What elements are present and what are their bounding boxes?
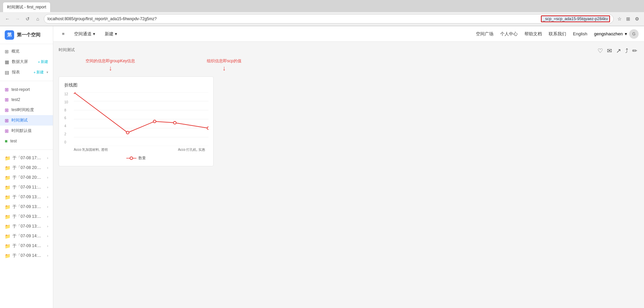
favorite-icon[interactable]: ♡ [598,47,603,55]
sidebar-item-test-green[interactable]: ■ test [0,136,53,146]
folder-arrow-10: › [47,254,48,258]
folder-item-1[interactable]: 📁 于「07-08 20:... › [0,163,53,173]
y-label-6: 6 [64,116,68,120]
active-tab[interactable]: 时间测试 - first_report [3,2,51,12]
sidebar-item-overview[interactable]: ⊞ 概览 [0,46,53,57]
annotation-left-arrow: ↓ [109,64,112,72]
sidebar-item-datascreen[interactable]: ▦ 数据大屏 + 新建 [0,57,53,67]
sidebar-item-report[interactable]: ▤ 报表 + 新建 ▾ [0,67,53,77]
annotation-left-text: 空间的信息即groupKey信息 [86,58,135,64]
folder-arrow-9: › [47,244,48,248]
folder-arrow-7: › [47,225,48,228]
folder-item-2[interactable]: 📁 于「07-08 20:... › [0,173,53,182]
x-label-2: Acco 打孔机, 实惠 [178,147,205,152]
address-bar[interactable]: localhost:8085/group/first_report/r_ada1… [44,14,614,24]
folder-label-8: 于「07-09 14:... [12,233,45,239]
folder-item-4[interactable]: 📁 于「07-09 13:... › [0,192,53,202]
chart-wrapper: 12 10 8 6 4 2 0 [74,92,205,152]
chart-dot-1 [126,131,129,134]
browser-tabs: 时间测试 - first_report [0,0,644,12]
annotation-right: 组织信息即scp的值 ↓ [207,58,242,72]
extensions-icon[interactable]: ⊞ [624,15,632,23]
user-avatar: G [629,29,639,39]
space-channel-label: 空间通道 [74,31,92,37]
folders-section: 📁 于「07-08 17:... › 📁 于「07-08 20:... › 📁 … [0,151,53,263]
report-new-text: 新建 [36,70,44,75]
folder-label-1: 于「07-08 20:... [12,165,45,171]
chart-line [74,92,208,133]
report-grid-icon-3: ⊞ [5,107,9,113]
folder-item-10[interactable]: 📁 于「07-09 14:... › [0,251,53,261]
folder-icon-3: 📁 [5,185,10,190]
sidebar-item-test-report[interactable]: ⊞ test-report [0,84,53,95]
annotation-right-text: 组织信息即scp的值 [207,58,242,64]
sidebar-main-section: ⊞ 概览 ▦ 数据大屏 + 新建 ▤ 报表 + 新建 ▾ [0,44,53,79]
nav-user[interactable]: gengshaozhen ▾ G [594,29,639,39]
report-grid-icon-2: ⊞ [5,97,9,102]
chart-dot-3 [173,122,176,124]
folder-icon-8: 📁 [5,234,10,239]
time-default-label: 时间默认值 [11,128,48,134]
browser-toolbar-icons: ☆ ⊞ ⚙ [616,15,641,23]
folder-label-5: 于「07-09 13:... [12,204,45,210]
new-btn-label: 新建 [105,31,114,37]
y-label-10: 10 [64,100,68,104]
message-icon[interactable]: ✉ [607,47,612,55]
folder-item-5[interactable]: 📁 于「07-09 13:... › [0,202,53,212]
folder-icon-0: 📁 [5,156,10,161]
sidebar-divider2 [0,149,53,150]
folder-item-9[interactable]: 📁 于「07-09 14:... › [0,241,53,251]
folder-item-8[interactable]: 📁 于「07-09 14:... › [0,231,53,241]
edit-icon[interactable]: ✏ [632,47,637,55]
folder-item-7[interactable]: 📁 于「07-09 13:... › [0,221,53,231]
test2-label: test2 [11,97,48,102]
back-button[interactable]: ← [3,15,11,23]
report-icon: ▤ [5,70,9,75]
refresh-button[interactable]: ↺ [24,15,32,23]
y-label-0: 0 [64,140,68,144]
logo-icon: 第 [5,30,14,40]
folder-item-0[interactable]: 📁 于「07-08 17:... › [0,153,53,163]
folder-label-9: 于「07-09 14:... [12,243,45,249]
folder-icon-10: 📁 [5,253,10,259]
nav-contact-us[interactable]: 联系我们 [549,31,566,37]
nav-personal-center[interactable]: 个人中心 [500,31,518,37]
report-label: 报表 [12,69,31,75]
sidebar-item-test-time-granularity[interactable]: ⊞ test时间粒度 [0,105,53,115]
external-link-icon[interactable]: ↗ [616,47,621,55]
test-report-label: test-report [11,87,48,92]
report-new[interactable]: + 新建 [34,70,44,75]
folder-icon-9: 📁 [5,243,10,249]
monitor-icon: ▦ [5,59,9,65]
folder-icon-6: 📁 [5,214,10,219]
folder-label-7: 于「07-09 13:... [12,224,45,229]
hamburger-menu[interactable]: ≡ [59,30,68,38]
sidebar-item-time-test[interactable]: ⊞ 时间测试 [0,115,53,126]
breadcrumb: 时间测试 [59,47,639,53]
space-channel-menu[interactable]: 空间通道 ▾ [71,30,99,38]
folder-icon-7: 📁 [5,224,10,229]
new-menu-btn[interactable]: 新建 ▾ [101,30,121,38]
nav-space-market[interactable]: 空间广场 [476,31,493,37]
folder-item-3[interactable]: 📁 于「07-09 11:... › [0,182,53,192]
nav-language[interactable]: English [573,31,587,36]
folder-label-3: 于「07-09 11:... [12,184,45,190]
sidebar-item-time-default[interactable]: ⊞ 时间默认值 [0,126,53,136]
forward-button[interactable]: → [13,15,22,23]
browser-toolbar: ← → ↺ ⌂ localhost:8085/group/first_repor… [0,12,644,26]
folder-arrow-1: › [47,166,48,170]
folder-label-2: 于「07-08 20:... [12,175,45,180]
settings-icon[interactable]: ⚙ [633,15,641,23]
report-grid-icon-6: ■ [5,138,7,144]
grid-icon: ⊞ [5,49,9,54]
home-button[interactable]: ⌂ [34,15,42,23]
nav-help-docs[interactable]: 帮助文档 [524,31,542,37]
share-icon[interactable]: ⤴ [625,47,628,55]
folder-arrow-0: › [47,156,48,160]
star-icon[interactable]: ☆ [616,15,623,23]
folder-label-6: 于「07-09 13:... [12,214,45,219]
folder-item-6[interactable]: 📁 于「07-09 13:... › [0,212,53,221]
test-green-label: test [10,139,48,143]
sidebar-item-test2[interactable]: ⊞ test2 [0,95,53,105]
datascreen-new[interactable]: + 新建 [38,59,48,64]
